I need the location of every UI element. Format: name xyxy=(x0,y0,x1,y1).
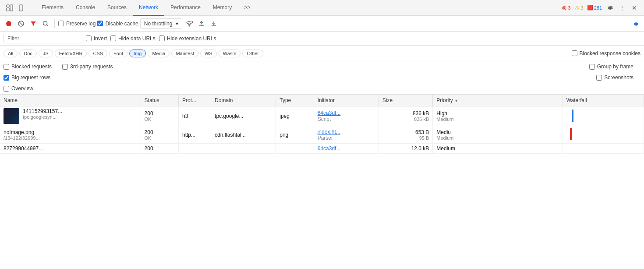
type-btn-ws[interactable]: WS xyxy=(200,50,217,57)
screenshots-checkbox[interactable] xyxy=(596,75,602,81)
col-initiator[interactable]: Initiator xyxy=(314,95,379,106)
error-badge-yellow[interactable]: ⚠ 3 xyxy=(574,4,584,11)
type-btn-all[interactable]: All xyxy=(4,50,18,57)
cell-priority-3: Medium xyxy=(433,144,563,154)
col-size[interactable]: Size xyxy=(379,95,432,106)
table-row[interactable]: noImage.png /134122/32699... 200 OK http… xyxy=(0,126,644,144)
record-stop-button[interactable] xyxy=(4,18,14,29)
error-badge-blue[interactable]: 🟥 281 xyxy=(587,5,602,11)
preserve-log-label[interactable]: Preserve log xyxy=(58,21,96,27)
col-protocol[interactable]: Prot... xyxy=(179,95,211,106)
cell-name-2: noImage.png /134122/32699... xyxy=(0,126,141,144)
dock-icon[interactable] xyxy=(5,4,14,12)
settings-gear-icon[interactable] xyxy=(630,18,640,29)
options-right-2: Screenshots xyxy=(596,74,640,81)
group-by-frame-label[interactable]: Group by frame xyxy=(589,64,633,70)
cell-size-1: 836 kB 836 kB xyxy=(379,106,432,126)
options-row-3: Overview xyxy=(0,83,644,95)
hide-data-urls-checkbox[interactable] xyxy=(110,35,116,41)
tab-sources[interactable]: Sources xyxy=(101,0,133,16)
hide-extension-urls-checkbox[interactable] xyxy=(159,35,165,41)
type-btn-manifest[interactable]: Manifest xyxy=(171,50,198,57)
col-domain[interactable]: Domain xyxy=(211,95,276,106)
type-btn-fetch-xhr[interactable]: Fetch/XHR xyxy=(55,50,87,57)
overview-checkbox[interactable] xyxy=(4,86,9,92)
type-btn-wasm[interactable]: Wasm xyxy=(219,50,241,57)
invert-label[interactable]: Invert xyxy=(86,35,107,42)
disable-cache-checkbox[interactable] xyxy=(97,21,103,26)
cell-initiator-1: 64ca3df... Script xyxy=(314,106,379,126)
sort-arrow-icon: ▾ xyxy=(455,98,457,103)
col-type[interactable]: Type xyxy=(276,95,314,106)
preserve-log-checkbox[interactable] xyxy=(58,21,64,26)
settings-icon[interactable] xyxy=(605,4,614,12)
thumbnail-1 xyxy=(4,108,19,124)
filter-icon-button[interactable] xyxy=(28,18,39,29)
screenshots-label[interactable]: Screenshots xyxy=(596,74,633,81)
cell-type-1: jpeg xyxy=(276,106,314,126)
disable-cache-label[interactable]: Disable cache xyxy=(97,21,138,27)
more-icon[interactable]: ⋮ xyxy=(618,4,626,12)
col-name[interactable]: Name xyxy=(0,95,141,106)
type-btn-doc[interactable]: Doc xyxy=(19,50,37,57)
tab-network[interactable]: Network xyxy=(133,0,164,16)
hide-extension-urls-label[interactable]: Hide extension URLs xyxy=(159,35,216,42)
tab-elements[interactable]: Elements xyxy=(35,0,70,16)
invert-checkbox[interactable] xyxy=(86,35,92,41)
blocked-requests-label[interactable]: Blocked requests xyxy=(4,64,52,70)
wifi-icon[interactable] xyxy=(184,18,195,29)
options-row-2: Big request rows Screenshots xyxy=(0,72,644,83)
third-party-label[interactable]: 3rd-party requests xyxy=(62,64,113,70)
options-right: Group by frame xyxy=(589,64,640,70)
download-icon[interactable] xyxy=(209,18,219,29)
network-table: Name Status Prot... Domain Type Initiato… xyxy=(0,95,644,154)
tab-divider xyxy=(30,4,30,12)
cell-protocol-3 xyxy=(179,144,211,154)
name-primary-2: noImage.png xyxy=(4,129,40,135)
big-request-rows-checkbox[interactable] xyxy=(4,75,9,81)
search-button[interactable] xyxy=(40,18,51,29)
name-primary-3: 827299044997... xyxy=(4,145,43,152)
table-row[interactable]: 141152993157... tpc.googlesyn... 200 OK … xyxy=(0,106,644,126)
cell-size-3: 12.0 kB xyxy=(379,144,432,154)
col-status[interactable]: Status xyxy=(141,95,178,106)
type-btn-js[interactable]: JS xyxy=(39,50,53,57)
close-icon[interactable]: ✕ xyxy=(630,4,639,12)
tab-memory[interactable]: Memory xyxy=(207,0,238,16)
group-by-frame-checkbox[interactable] xyxy=(589,64,595,70)
table-row[interactable]: 827299044997... 200 64ca3df... 12.0 kB xyxy=(0,144,644,154)
options-left-3: Overview xyxy=(4,85,640,92)
filter-input[interactable] xyxy=(4,34,82,43)
big-request-rows-label[interactable]: Big request rows xyxy=(4,74,50,81)
tab-console[interactable]: Console xyxy=(70,0,101,16)
mobile-icon[interactable] xyxy=(17,4,25,12)
blocked-cookies-checkbox[interactable] xyxy=(572,50,577,56)
cell-size-2: 653 B 95 B xyxy=(379,126,432,144)
hide-data-urls-label[interactable]: Hide data URLs xyxy=(110,35,156,42)
svg-point-5 xyxy=(6,21,11,26)
third-party-checkbox[interactable] xyxy=(62,64,68,70)
tab-more[interactable]: >> xyxy=(238,0,256,16)
type-btn-font[interactable]: Font xyxy=(109,50,127,57)
cell-protocol-1: h3 xyxy=(179,106,211,126)
cell-protocol-2: http... xyxy=(179,126,211,144)
blocked-cookies-label[interactable]: Blocked response cookies xyxy=(572,50,640,57)
svg-line-7 xyxy=(19,22,23,25)
svg-rect-0 xyxy=(7,5,9,7)
blocked-requests-checkbox[interactable] xyxy=(4,64,9,70)
upload-icon[interactable] xyxy=(196,18,207,29)
svg-rect-1 xyxy=(7,8,9,11)
col-priority[interactable]: Priority ▾ xyxy=(433,95,563,106)
error-badge-red[interactable]: ⊗ 3 xyxy=(562,4,570,11)
type-btn-other[interactable]: Other xyxy=(242,50,263,57)
name-primary-1: 141152993157... xyxy=(23,108,62,114)
cell-status-1: 200 OK xyxy=(141,106,178,126)
tab-performance[interactable]: Performance xyxy=(164,0,207,16)
type-btn-media[interactable]: Media xyxy=(148,50,170,57)
col-waterfall[interactable]: Waterfall xyxy=(563,95,644,106)
throttle-select[interactable]: No throttling ▾ xyxy=(140,18,183,29)
overview-label[interactable]: Overview xyxy=(4,85,33,92)
type-btn-css[interactable]: CSS xyxy=(88,50,107,57)
clear-button[interactable] xyxy=(16,18,26,29)
type-btn-img[interactable]: Img xyxy=(129,50,146,57)
